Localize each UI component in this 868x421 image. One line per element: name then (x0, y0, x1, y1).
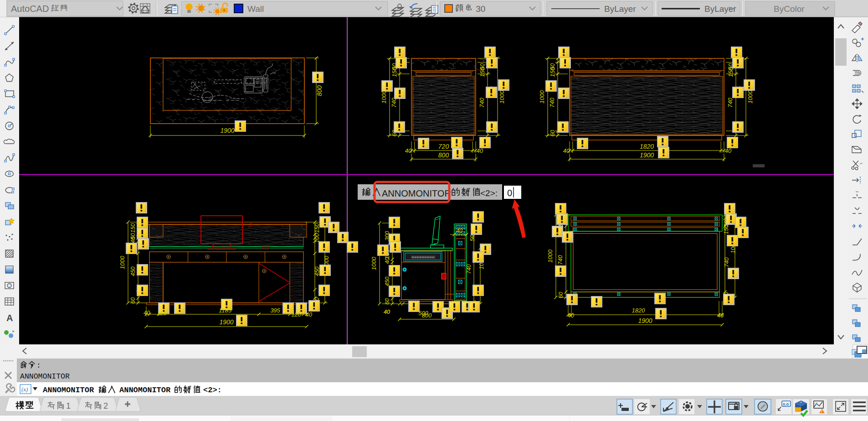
svg-text:150: 150 (549, 67, 556, 77)
svg-text:1: 1 (66, 401, 71, 411)
svg-text:150: 150 (314, 223, 320, 233)
svg-text:40: 40 (568, 312, 574, 319)
svg-text:720: 720 (438, 143, 449, 150)
svg-text:40: 40 (405, 147, 412, 154)
svg-text:120: 120 (157, 310, 167, 317)
svg-text:ANNOMONITOR: ANNOMONITOR (43, 386, 94, 395)
svg-text:1000: 1000 (547, 249, 554, 263)
svg-text:1000: 1000 (498, 90, 505, 104)
svg-text:x.o: x.o (783, 402, 789, 406)
svg-text:60: 60 (549, 130, 556, 136)
svg-text:AutoCAD: AutoCAD (11, 4, 49, 14)
svg-text:800: 800 (422, 312, 432, 319)
svg-text:<2>:: <2>: (203, 386, 222, 395)
svg-text:40: 40 (384, 258, 390, 264)
svg-text:800: 800 (316, 85, 323, 96)
svg-text:ByLayer: ByLayer (604, 4, 636, 14)
svg-text:450: 450 (384, 277, 390, 286)
svg-text:40: 40 (384, 309, 390, 315)
svg-text:395: 395 (270, 307, 280, 314)
svg-text:!: ! (821, 409, 822, 413)
svg-text:740: 740 (557, 255, 564, 265)
svg-text:150: 150 (479, 67, 486, 77)
svg-text:120: 120 (292, 312, 301, 318)
svg-text:1000: 1000 (380, 90, 387, 104)
svg-text:800: 800 (438, 151, 449, 159)
svg-text:740: 740 (723, 257, 730, 267)
svg-text:1900: 1900 (220, 127, 234, 134)
svg-text:40: 40 (130, 237, 136, 243)
svg-text:150: 150 (130, 223, 136, 233)
svg-text:50: 50 (469, 235, 476, 241)
svg-text:30: 30 (476, 4, 485, 14)
svg-text:740: 740 (466, 265, 472, 274)
svg-text:(x): (x) (21, 386, 28, 393)
svg-text:ANNOMONITOR: ANNOMONITOR (382, 188, 451, 198)
svg-text::: : (36, 362, 41, 370)
svg-text:ByColor: ByColor (774, 4, 805, 14)
svg-text:Wall: Wall (247, 4, 264, 14)
svg-text:A: A (6, 313, 13, 323)
svg-text:450: 450 (130, 267, 136, 276)
svg-text:40: 40 (144, 310, 150, 316)
svg-text:740: 740 (727, 97, 734, 107)
svg-text:1900: 1900 (638, 317, 652, 324)
svg-text:40: 40 (725, 147, 732, 154)
svg-text:40: 40 (477, 147, 483, 154)
svg-text:1820: 1820 (632, 307, 646, 314)
svg-text:ANNOMONITOR: ANNOMONITOR (20, 372, 70, 381)
svg-text:<2>:: <2>: (480, 188, 498, 198)
svg-text:1000: 1000 (539, 90, 545, 104)
svg-text:1900: 1900 (640, 151, 654, 159)
svg-text:1000: 1000 (370, 256, 377, 270)
svg-text:ByLayer: ByLayer (704, 4, 736, 14)
svg-text:740: 740 (549, 97, 555, 107)
svg-text:0: 0 (507, 188, 512, 198)
svg-text:1900: 1900 (219, 318, 233, 326)
svg-text:1820: 1820 (640, 143, 654, 150)
svg-text:1000: 1000 (119, 255, 126, 269)
svg-text:ANNOMONITOR: ANNOMONITOR (119, 386, 171, 395)
svg-text:40: 40 (456, 228, 462, 234)
svg-text:740: 740 (478, 97, 485, 107)
svg-text:150: 150 (723, 225, 729, 234)
svg-text:450: 450 (314, 267, 320, 276)
svg-text:40: 40 (306, 312, 312, 318)
svg-text:40: 40 (563, 147, 570, 154)
svg-text:2: 2 (103, 401, 108, 411)
svg-text:1185: 1185 (219, 307, 232, 314)
svg-text:1000: 1000 (747, 90, 754, 104)
svg-text:40: 40 (717, 312, 724, 319)
